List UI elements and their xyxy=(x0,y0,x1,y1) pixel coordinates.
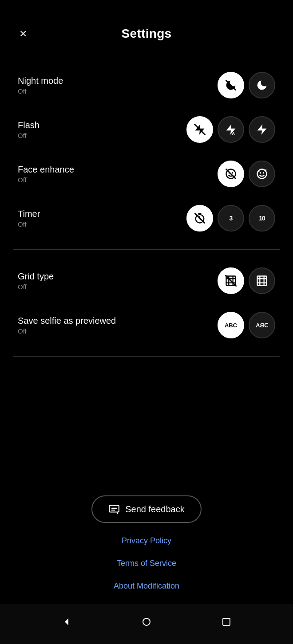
svg-rect-30 xyxy=(109,505,119,512)
svg-text:A: A xyxy=(232,131,235,136)
page-title: Settings xyxy=(122,27,172,41)
recents-nav-button[interactable] xyxy=(218,613,235,631)
svg-point-34 xyxy=(143,618,150,625)
timer-options: 3 10 xyxy=(186,205,275,232)
svg-marker-33 xyxy=(65,618,68,625)
save-selfie-name: Save selfie as previewed xyxy=(18,316,116,326)
timer-10-label: 10 xyxy=(259,215,265,222)
timer-label: Timer Off xyxy=(18,209,40,228)
svg-line-24 xyxy=(226,275,236,286)
grid-type-label: Grid type Off xyxy=(18,271,54,291)
close-button[interactable]: × xyxy=(18,25,28,43)
nav-bar xyxy=(0,604,293,644)
svg-point-11 xyxy=(260,172,261,174)
face-enhance-row: Face enhance Off ✦ xyxy=(0,152,293,196)
svg-rect-29 xyxy=(257,276,267,286)
feedback-icon xyxy=(108,503,120,515)
save-selfie-label: Save selfie as previewed Off xyxy=(18,316,116,335)
grid-type-options xyxy=(218,267,275,294)
face-enhance-name: Face enhance xyxy=(18,165,74,175)
back-nav-button[interactable] xyxy=(58,613,75,631)
svg-marker-5 xyxy=(257,124,267,134)
night-mode-row: Night mode Off xyxy=(0,63,293,107)
face-enhance-value: Off xyxy=(18,176,74,184)
send-feedback-button[interactable]: Send feedback xyxy=(91,495,201,523)
svg-text:✦: ✦ xyxy=(265,169,267,172)
about-modification-link[interactable]: About Modification xyxy=(114,581,179,591)
night-mode-label: Night mode Off xyxy=(18,76,63,95)
divider-1 xyxy=(13,249,280,250)
timer-off-button[interactable] xyxy=(186,205,213,232)
timer-3-label: 3 xyxy=(230,215,233,222)
divider-2 xyxy=(13,356,280,357)
selfie-off-button[interactable]: ABC xyxy=(218,312,244,338)
selfie-mirror-label: ƆBA xyxy=(256,322,268,329)
face-enhance-label: Face enhance Off xyxy=(18,165,74,184)
flash-row: Flash Off A xyxy=(0,107,293,152)
svg-rect-17 xyxy=(198,213,202,214)
timer-10-button[interactable]: 10 xyxy=(249,205,275,232)
flash-on-button[interactable] xyxy=(249,116,275,143)
save-selfie-row: Save selfie as previewed Off ABC ƆBA xyxy=(0,303,293,347)
bottom-section: Send feedback Privacy Policy Terms of Se… xyxy=(0,478,293,604)
selfie-abc-label: ABC xyxy=(225,322,237,329)
grid-type-row: Grid type Off xyxy=(0,259,293,303)
face-enhance-off-button[interactable] xyxy=(218,161,244,187)
flash-name: Flash xyxy=(18,120,40,130)
grid-type-name: Grid type xyxy=(18,271,54,282)
timer-name: Timer xyxy=(18,209,40,219)
night-mode-off-button[interactable] xyxy=(218,72,244,98)
night-mode-value: Off xyxy=(18,87,63,95)
home-icon xyxy=(141,617,152,627)
terms-of-service-link[interactable]: Terms of Service xyxy=(117,559,176,568)
svg-text:✦: ✦ xyxy=(257,170,260,173)
grid-on-button[interactable] xyxy=(249,267,275,294)
night-mode-name: Night mode xyxy=(18,76,63,86)
grid-off-button[interactable] xyxy=(218,267,244,294)
grid-type-value: Off xyxy=(18,283,54,291)
flash-value: Off xyxy=(18,132,40,139)
timer-3-button[interactable]: 3 xyxy=(218,205,244,232)
flash-options: A xyxy=(186,116,275,143)
send-feedback-label: Send feedback xyxy=(125,504,184,514)
timer-value: Off xyxy=(18,220,40,228)
flash-label: Flash Off xyxy=(18,120,40,139)
timer-row: Timer Off 3 10 xyxy=(0,196,293,240)
flash-off-button[interactable] xyxy=(186,116,213,143)
header: × Settings xyxy=(0,0,293,54)
selfie-on-button[interactable]: ƆBA xyxy=(249,312,275,338)
save-selfie-value: Off xyxy=(18,327,116,335)
face-enhance-on-button[interactable]: ✦ ✦ ✦ xyxy=(249,161,275,187)
home-nav-button[interactable] xyxy=(138,613,155,631)
privacy-policy-link[interactable]: Privacy Policy xyxy=(122,536,171,546)
night-mode-options xyxy=(218,72,275,98)
back-icon xyxy=(61,617,72,627)
night-mode-on-button[interactable] xyxy=(249,72,275,98)
flash-auto-button[interactable]: A xyxy=(218,116,244,143)
face-enhance-options: ✦ ✦ ✦ xyxy=(218,161,275,187)
save-selfie-options: ABC ƆBA xyxy=(218,312,275,338)
recents-icon xyxy=(221,617,232,627)
svg-point-8 xyxy=(232,172,234,174)
svg-point-12 xyxy=(263,172,265,174)
settings-content: Night mode Off Flash Off xyxy=(0,54,293,478)
svg-rect-35 xyxy=(223,618,230,625)
